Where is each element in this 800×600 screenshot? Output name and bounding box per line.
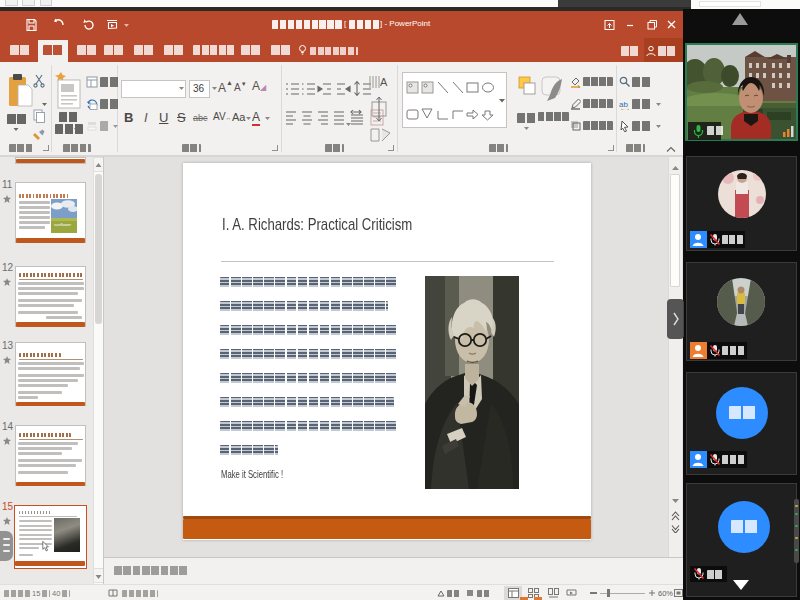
svg-text:sunflower: sunflower <box>54 222 72 227</box>
svg-text:A: A <box>380 76 388 88</box>
svg-text:ab: ab <box>619 100 628 109</box>
